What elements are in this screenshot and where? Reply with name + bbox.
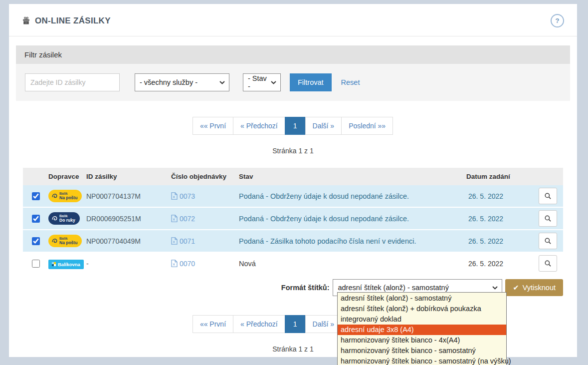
format-option[interactable]: adresní štítek (alonž) - samostatný	[338, 293, 506, 304]
format-option[interactable]: harmonizovaný štítek bianco - samostatný…	[338, 356, 506, 365]
table-row: Balíkovna - 0070 Nová 26. 5. 2022	[23, 253, 563, 275]
carrier-logo-balikovna: Balíkovna	[48, 260, 84, 269]
order-cell: 0070	[168, 260, 235, 268]
pagination-first-button[interactable]: «« První	[193, 315, 233, 333]
carrier-line1: Balík	[59, 237, 77, 240]
header-order-no: Číslo objednávky	[168, 173, 235, 180]
print-button[interactable]: ✔ Vytisknout	[505, 279, 563, 296]
document-icon	[171, 215, 178, 222]
pagination-page-1-button[interactable]: 1	[285, 117, 306, 135]
action-cell	[528, 233, 563, 249]
carrier-cell: Balík Na poštu	[45, 190, 83, 202]
gift-icon	[22, 16, 30, 25]
page-info: Stránka 1 z 1	[9, 147, 577, 155]
carrier-logo: Balík Na poštu	[48, 190, 82, 202]
magnifier-icon	[544, 260, 552, 267]
reset-link[interactable]: Reset	[341, 78, 360, 86]
check-icon: ✔	[513, 284, 519, 292]
page-header: ON-LINE ZÁSILKY ?	[9, 4, 577, 36]
carrier-logo: Balík Do ruky	[48, 212, 80, 225]
shipment-id: DR0006905251M	[83, 215, 168, 223]
magnifier-icon	[544, 237, 552, 245]
document-icon	[171, 260, 178, 267]
magnifier-icon	[544, 215, 552, 222]
document-icon	[171, 192, 178, 200]
format-option[interactable]: harmonizovaný štítek bianco - samostatný	[338, 346, 506, 356]
header-status: Stav	[235, 173, 463, 180]
carrier-cell: Balík Na poštu	[45, 235, 83, 247]
row-checkbox[interactable]	[32, 260, 40, 268]
shipment-id: NP0007704049M	[83, 237, 168, 245]
shipment-date: 26. 5. 2022	[463, 237, 528, 245]
shipment-id-input[interactable]	[25, 73, 120, 91]
order-cell: 0072	[168, 215, 235, 223]
help-icon[interactable]: ?	[551, 14, 564, 27]
chevron-down-icon	[219, 81, 225, 84]
row-checkbox[interactable]	[32, 215, 40, 223]
header-date: Datum zadání	[463, 173, 528, 180]
row-checkbox-cell	[23, 191, 45, 202]
carrier-line2: Na poštu	[59, 196, 77, 200]
pagination-first-button[interactable]: «« První	[193, 117, 233, 135]
label-format-selected-value: adresní štítek (alonž) - samostatný	[338, 284, 448, 292]
order-link[interactable]: 0070	[180, 260, 195, 268]
pagination-next-button[interactable]: Další »	[305, 315, 342, 333]
carrier-name: Balíkovna	[58, 262, 80, 267]
pagination-next-button[interactable]: Další »	[305, 117, 342, 135]
filter-title: Filtr zásilek	[16, 45, 570, 64]
format-option[interactable]: adresní štítek (alonž) + dobírková pouka…	[338, 304, 506, 314]
header-shipment-id: ID zásilky	[83, 173, 168, 180]
carrier-line1: Balík	[59, 214, 75, 218]
document-icon	[171, 237, 178, 245]
format-option[interactable]: adresní udaje 3x8 (A4)	[338, 325, 506, 335]
shipment-status: Podaná - Obdrženy údaje k dosud nepodané…	[235, 192, 463, 200]
row-checkbox-cell	[23, 258, 45, 269]
post-horn-icon	[51, 238, 58, 244]
magnifier-icon	[544, 192, 552, 200]
carrier-cell: Balík Do ruky	[45, 212, 83, 225]
action-cell	[528, 188, 563, 204]
row-checkbox[interactable]	[32, 192, 40, 200]
format-option[interactable]: harmonizovaný štítek bianco - 4x(A4)	[338, 335, 506, 346]
format-option[interactable]: integrovaný doklad	[338, 314, 506, 325]
shipment-date: 26. 5. 2022	[463, 260, 528, 268]
pagination-prev-button[interactable]: « Předchozí	[233, 315, 285, 333]
row-checkbox[interactable]	[32, 237, 40, 245]
help-question-mark: ?	[556, 17, 560, 24]
order-link[interactable]: 0071	[180, 237, 195, 245]
post-horn-icon	[51, 215, 58, 222]
shipment-id: -	[83, 260, 168, 268]
shipment-id: NP0007704137M	[83, 192, 168, 200]
detail-search-button[interactable]	[539, 233, 557, 249]
detail-search-button[interactable]	[539, 255, 557, 272]
detail-search-button[interactable]	[539, 188, 557, 204]
pagination-page-1-button[interactable]: 1	[285, 315, 306, 333]
shipment-date: 26. 5. 2022	[463, 192, 528, 200]
print-button-label: Vytisknout	[523, 284, 556, 292]
order-cell: 0071	[168, 237, 235, 245]
header-carrier: Dopravce	[45, 173, 83, 180]
order-link[interactable]: 0073	[180, 192, 195, 200]
post-horn-icon	[51, 193, 58, 199]
chevron-down-icon	[271, 81, 276, 84]
action-cell	[528, 255, 563, 272]
shipment-status: Nová	[235, 260, 463, 268]
label-format-listbox: adresní štítek (alonž) - samostatnýadres…	[337, 292, 507, 365]
page-title: ON-LINE ZÁSILKY	[35, 16, 111, 26]
table-header-row: Dopravce ID zásilky Číslo objednávky Sta…	[23, 168, 563, 185]
service-select[interactable]: - všechny služby -	[135, 73, 229, 91]
pagination-last-button[interactable]: Poslední »»	[341, 117, 393, 135]
detail-search-button[interactable]	[539, 210, 557, 227]
row-checkbox-cell	[23, 213, 45, 224]
action-cell	[528, 210, 563, 227]
filter-button[interactable]: Filtrovat	[290, 73, 332, 91]
pagination-prev-button[interactable]: « Předchozí	[233, 117, 285, 135]
chevron-down-icon	[492, 286, 498, 290]
row-checkbox-cell	[23, 236, 45, 247]
table-row: Balík Na poštu NP0007704137M 0073 Podaná…	[23, 185, 563, 208]
table-row: Balík Na poštu NP0007704049M 0071 Podaná…	[23, 230, 563, 253]
pagination-top: «« První « Předchozí 1 Další » Poslední …	[9, 117, 577, 135]
order-link[interactable]: 0072	[180, 215, 195, 223]
status-select[interactable]: - Stav -	[243, 73, 281, 91]
label-format-label: Formát štítků:	[281, 284, 330, 292]
